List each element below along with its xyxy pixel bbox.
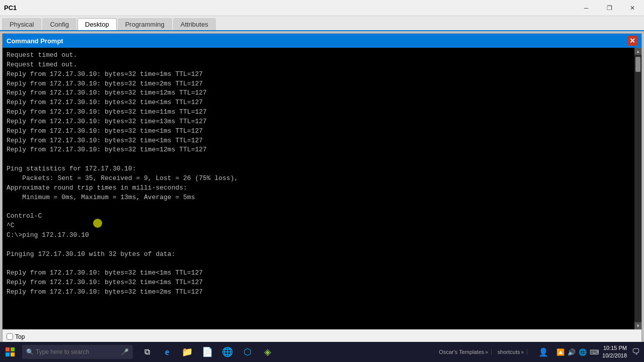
cisco-app2-button[interactable]: ◈ [259,343,277,361]
top-label: Top [15,333,25,340]
taskview-icon: ⧉ [144,347,150,356]
svg-rect-0 [6,347,10,351]
window-controls: ─ ❐ ✕ [575,0,644,16]
svg-rect-1 [11,347,15,351]
cmd-window: Command Prompt ✕ Request timed out. Requ… [2,33,642,344]
tab-attributes[interactable]: Attributes [173,18,216,30]
folder-icon: 📁 [182,346,193,357]
close-button[interactable]: ✕ [621,0,644,16]
app-title: PC1 [4,4,17,12]
chrome-button[interactable]: 🌐 [218,343,236,361]
edge-button[interactable]: e [158,343,176,361]
cisco-icon1: ⬡ [244,346,252,357]
top-checkbox[interactable] [7,333,13,340]
maximize-button[interactable]: ❐ [598,0,621,16]
people-icon: 👤 [538,347,548,357]
svg-rect-3 [11,352,15,356]
cmd-title: Command Prompt [7,37,63,45]
taskview-button[interactable]: ⧉ [138,343,156,361]
clock-time: 10:15 PM [602,344,627,352]
tray-area: Oscar's Templates » shortcuts » 👤 🔼 🔊 🌐 … [439,343,644,361]
oscars-templates-group: Oscar's Templates » [439,349,492,355]
people-button[interactable]: 👤 [534,343,552,361]
title-bar: PC1 ─ ❐ ✕ [0,0,644,16]
minimize-button[interactable]: ─ [575,0,598,16]
tab-physical[interactable]: Physical [2,18,41,30]
shortcuts-group: shortcuts » [498,349,527,355]
cisco-icon2: ◈ [264,346,271,357]
terminal-container: Request timed out. Request timed out. Re… [3,48,641,329]
volume-icon[interactable]: 🔊 [568,348,576,356]
tab-config[interactable]: Config [42,18,76,30]
notepad-button[interactable]: 📄 [198,343,216,361]
search-input[interactable] [36,348,116,355]
tab-desktop[interactable]: Desktop [77,18,117,30]
svg-rect-2 [6,352,10,356]
terminal-output[interactable]: Request timed out. Request timed out. Re… [3,48,634,329]
scroll-thumb[interactable] [635,57,640,72]
clock-date: 10/2/2018 [602,352,627,359]
tab-programming[interactable]: Programming [118,18,172,30]
cmd-titlebar: Command Prompt ✕ [3,34,641,48]
cmd-close-button[interactable]: ✕ [627,36,637,46]
oscars-chevron[interactable]: » [485,349,488,355]
chrome-icon: 🌐 [222,346,233,357]
cursor-dot [93,219,102,228]
scroll-down-button[interactable]: ▼ [634,322,641,329]
mic-icon: 🎤 [121,348,129,355]
taskbar: 🔍 🎤 ⧉ e 📁 📄 🌐 ⬡ ◈ Oscar's Templates » [0,342,644,362]
keyboard-icon[interactable]: ⌨ [590,348,599,356]
system-clock[interactable]: 10:15 PM 10/2/2018 [602,344,627,360]
shortcuts-chevron[interactable]: » [521,349,524,355]
shortcuts-label: shortcuts [498,349,520,355]
windows-icon [6,347,15,356]
search-bar[interactable]: 🔍 🎤 [22,345,133,359]
network-icon[interactable]: 🌐 [579,348,587,356]
oscars-label: Oscar's Templates [439,349,484,355]
expand-tray-button[interactable]: 🔼 [556,348,565,356]
scrollbar[interactable]: ▲ ▼ [634,48,641,329]
cisco-app1-button[interactable]: ⬡ [238,343,257,361]
pinned-area: ⧉ e 📁 📄 🌐 ⬡ ◈ [137,343,278,361]
notepad-icon: 📄 [202,346,213,357]
scroll-up-button[interactable]: ▲ [634,48,641,55]
notification-button[interactable]: 🗨 [632,347,640,356]
file-explorer-button[interactable]: 📁 [178,343,196,361]
edge-icon: e [165,347,169,357]
tab-bar: Physical Config Desktop Programming Attr… [0,16,644,31]
bottom-bar: Top [3,329,641,343]
start-button[interactable] [0,342,20,362]
search-icon: 🔍 [26,348,34,355]
top-checkbox-label[interactable]: Top [7,333,25,340]
